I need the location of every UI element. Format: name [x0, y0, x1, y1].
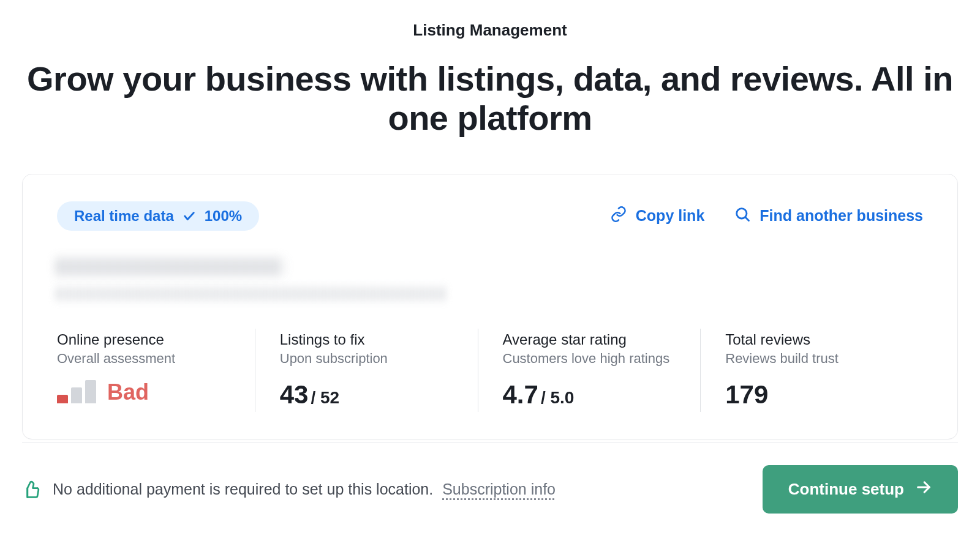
business-name-redacted — [57, 258, 284, 276]
cta-label: Continue setup — [788, 480, 904, 499]
business-address-redacted — [57, 287, 449, 301]
metrics-row: Online presence Overall assessment Bad L… — [57, 329, 923, 412]
metric-value: 4.7 — [503, 380, 538, 409]
svg-line-1 — [746, 217, 749, 220]
copy-link-button[interactable]: Copy link — [610, 206, 705, 226]
metric-subtitle: Customers love high ratings — [503, 351, 676, 367]
business-identity-redacted — [57, 258, 923, 301]
metric-listings-to-fix: Listings to fix Upon subscription 43 / 5… — [255, 329, 478, 412]
metric-total: / 52 — [311, 388, 339, 408]
metric-value: 43 — [280, 380, 309, 409]
metric-subtitle: Reviews build trust — [725, 351, 899, 367]
arrow-right-icon — [915, 479, 932, 500]
search-icon — [734, 206, 751, 226]
card-top-row: Real time data 100% Copy link Fi — [57, 201, 923, 231]
page-headline: Grow your business with listings, data, … — [22, 59, 958, 138]
subscription-info-link[interactable]: Subscription info — [442, 480, 556, 498]
card-actions: Copy link Find another business — [610, 206, 923, 226]
metric-value: 179 — [725, 380, 768, 409]
metric-title: Online presence — [57, 331, 230, 348]
metric-total-reviews: Total reviews Reviews build trust 179 — [700, 329, 923, 412]
presence-status: Bad — [107, 381, 149, 403]
thumbs-up-icon — [22, 480, 40, 499]
metric-total: / 5.0 — [541, 388, 574, 408]
check-icon — [183, 209, 196, 223]
continue-setup-button[interactable]: Continue setup — [763, 465, 958, 514]
link-icon — [610, 206, 627, 226]
signal-bars-icon — [57, 379, 96, 403]
metric-online-presence: Online presence Overall assessment Bad — [57, 329, 255, 412]
section-eyebrow: Listing Management — [22, 21, 958, 40]
metric-subtitle: Upon subscription — [280, 351, 453, 367]
footer-message: No additional payment is required to set… — [53, 480, 433, 498]
find-business-button[interactable]: Find another business — [734, 206, 923, 226]
metric-title: Listings to fix — [280, 331, 453, 348]
realtime-badge-label: Real time data — [74, 207, 174, 225]
metric-title: Average star rating — [503, 331, 676, 348]
metric-star-rating: Average star rating Customers love high … — [478, 329, 701, 412]
realtime-data-badge[interactable]: Real time data 100% — [57, 201, 259, 231]
metric-subtitle: Overall assessment — [57, 351, 230, 367]
find-business-label: Find another business — [760, 207, 923, 225]
copy-link-label: Copy link — [636, 207, 705, 225]
realtime-badge-value: 100% — [205, 207, 242, 225]
footer-bar: No additional payment is required to set… — [22, 443, 958, 514]
metric-title: Total reviews — [725, 331, 899, 348]
business-summary-card: Real time data 100% Copy link Fi — [22, 174, 958, 439]
